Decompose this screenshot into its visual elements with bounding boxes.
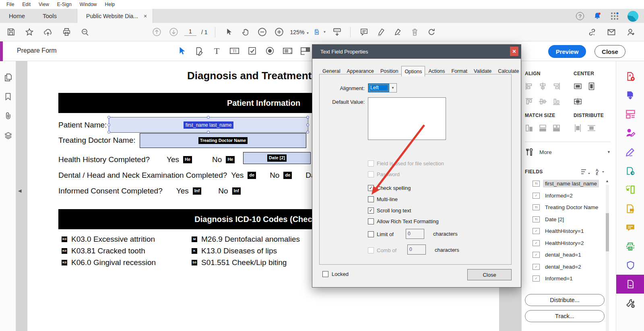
radio-button-tool-icon[interactable]: [264, 45, 276, 57]
apps-grid-icon[interactable]: [611, 12, 619, 20]
more-tools-row[interactable]: More ▼: [525, 148, 611, 156]
field-item-informed-2[interactable]: ✓Informed=2: [522, 190, 606, 202]
next-page-icon[interactable]: [167, 26, 180, 38]
field-item-dental-head-1[interactable]: ✓dental_head=1: [522, 249, 606, 261]
checkbox-scroll-long-text[interactable]: ✓: [368, 208, 374, 214]
protect-icon[interactable]: [616, 256, 644, 275]
redo-icon[interactable]: [425, 26, 438, 38]
text-field-tool-icon[interactable]: TI: [228, 45, 241, 57]
fit-width-icon[interactable]: ▼: [314, 26, 326, 38]
dialog-tab-actions[interactable]: Actions: [425, 66, 448, 76]
star-icon[interactable]: [23, 26, 35, 38]
menu-item-window[interactable]: Window: [76, 2, 101, 7]
zoom-level-value[interactable]: 125%: [290, 29, 305, 35]
dental-yes-checkbox[interactable]: de: [248, 172, 256, 179]
center-horizontally-icon[interactable]: [574, 82, 582, 90]
dialog-tab-validate[interactable]: Validate: [471, 66, 495, 76]
menu-item-edit[interactable]: Edit: [18, 2, 35, 7]
selection-handle[interactable]: [107, 131, 110, 134]
dialog-title-bar[interactable]: Text Field Properties: [312, 45, 521, 59]
limit-characters-input[interactable]: 0: [406, 229, 424, 239]
patient-name-field[interactable]: first_name last_name: [109, 117, 308, 133]
menu-item-view[interactable]: View: [35, 2, 53, 7]
field-item-healthhistory-2[interactable]: ✓HealthHistory=2: [522, 237, 606, 249]
create-pdf-icon[interactable]: A: [616, 67, 644, 86]
highlight-icon[interactable]: [375, 26, 387, 38]
checkbox-multi-line[interactable]: [368, 196, 374, 202]
selection-handle[interactable]: [306, 123, 309, 126]
prepare-form-icon[interactable]: [616, 105, 644, 123]
form-select-tool-icon[interactable]: [175, 45, 188, 57]
sign-icon[interactable]: [392, 26, 404, 38]
field-item-first-name-last-name[interactable]: TIfirst_name last_name: [522, 178, 606, 190]
checkbox-tool-icon[interactable]: [246, 45, 258, 57]
add-text-tool-icon[interactable]: T: [211, 45, 223, 57]
informed-yes-checkbox[interactable]: Inf: [193, 187, 201, 194]
sort-alphabetical-icon[interactable]: AZ: [595, 168, 605, 175]
scrollbar-thumb[interactable]: [606, 213, 609, 251]
fill-sign-icon[interactable]: [616, 142, 644, 161]
page-number-input[interactable]: 1: [184, 28, 196, 36]
scrollbar-track[interactable]: [606, 185, 609, 331]
search-icon[interactable]: [79, 26, 91, 38]
track-button[interactable]: Track...: [525, 310, 605, 322]
dialog-tab-format[interactable]: Format: [448, 66, 471, 76]
checkbox-limit-of[interactable]: [368, 231, 374, 237]
send-for-review-icon[interactable]: [616, 161, 644, 180]
dialog-tab-options[interactable]: Options: [401, 66, 425, 76]
trash-icon[interactable]: [409, 26, 421, 38]
center-vertically-icon[interactable]: [587, 82, 596, 90]
add-account-icon[interactable]: [625, 26, 637, 38]
save-icon[interactable]: [5, 26, 17, 38]
link-icon[interactable]: [586, 26, 598, 38]
dialog-close-icon[interactable]: ✕: [510, 47, 518, 56]
attachments-icon[interactable]: [0, 108, 16, 124]
more-dropdown-icon[interactable]: ▼: [607, 150, 611, 154]
add-tools-icon[interactable]: [616, 294, 644, 312]
select-tool-icon[interactable]: [223, 26, 235, 38]
selection-handle[interactable]: [107, 116, 110, 119]
layers-icon[interactable]: [0, 127, 16, 143]
menu-item-e-sign[interactable]: E-Sign: [53, 2, 76, 7]
request-esignatures-icon[interactable]: [616, 123, 644, 142]
field-item-date-2[interactable]: TIDate [2]: [522, 214, 606, 226]
selection-handle[interactable]: [107, 123, 110, 126]
field-item-informed-1[interactable]: ✓Informed=1: [522, 273, 606, 285]
checkbox-allow-rich-text-formatting[interactable]: [368, 218, 374, 224]
icd-checkbox[interactable]: K: [192, 248, 197, 254]
zoom-out-icon[interactable]: [256, 26, 268, 38]
distribute-button[interactable]: Distribute...: [525, 294, 605, 306]
preview-button[interactable]: Preview: [548, 45, 586, 58]
list-box-tool-icon[interactable]: [281, 45, 294, 57]
dialog-tab-calculate[interactable]: Calculate: [495, 66, 522, 76]
active-page-tool-icon[interactable]: [616, 275, 644, 294]
upload-cloud-icon[interactable]: [42, 26, 54, 38]
selection-handle[interactable]: [207, 116, 210, 119]
notifications-icon[interactable]: [593, 12, 602, 21]
dropdown-tool-icon[interactable]: [299, 45, 312, 57]
print-icon[interactable]: [60, 26, 72, 38]
field-item-treating-doctor-name[interactable]: TITreating Doctor Name: [522, 201, 606, 214]
tab-close-icon[interactable]: ×: [144, 13, 147, 19]
scroll-up-icon[interactable]: ▲: [605, 179, 609, 183]
date-field[interactable]: Date [2]: [243, 152, 311, 164]
doctor-name-field[interactable]: Treating Doctor Name: [140, 133, 306, 148]
dialog-tab-general[interactable]: General: [319, 66, 343, 76]
dialog-tab-appearance[interactable]: Appearance: [343, 66, 377, 76]
export-pdf-icon[interactable]: [616, 86, 644, 105]
dental-no-checkbox[interactable]: de: [283, 172, 292, 179]
icd-checkbox[interactable]: K0: [62, 260, 67, 265]
icd-checkbox[interactable]: K0: [62, 236, 67, 242]
center-both-icon[interactable]: [574, 97, 582, 106]
alignment-select[interactable]: Left ▼: [368, 83, 397, 93]
comments-tool-icon[interactable]: [616, 218, 644, 237]
field-item-dental-head-2[interactable]: ✓dental_head=2: [522, 261, 606, 273]
print-production-icon[interactable]: [616, 237, 644, 256]
health-no-checkbox[interactable]: He: [226, 156, 235, 163]
dialog-close-button[interactable]: Close: [467, 269, 512, 280]
close-form-button[interactable]: Close: [594, 45, 625, 58]
tab-tools[interactable]: Tools: [34, 9, 66, 23]
mail-icon[interactable]: [605, 26, 617, 38]
zoom-in-icon[interactable]: [273, 26, 285, 38]
icd-checkbox[interactable]: M: [192, 236, 197, 242]
